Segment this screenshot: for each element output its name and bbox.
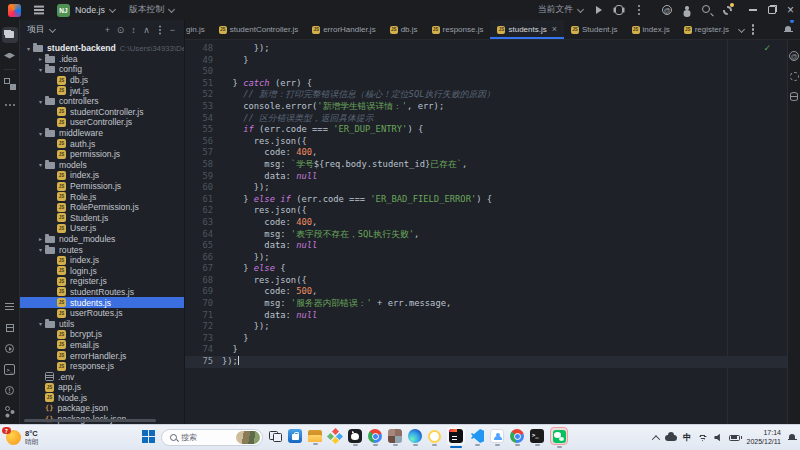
tree-item-response-js[interactable]: JSresponse.js xyxy=(20,361,184,372)
tree-item-usercontroller-js[interactable]: JSuserController.js xyxy=(20,117,184,128)
close-tab-icon[interactable]: × xyxy=(552,25,557,34)
chrome-2-button[interactable] xyxy=(510,429,524,446)
project-icon[interactable] xyxy=(2,27,18,43)
window-restore-button[interactable] xyxy=(762,0,781,20)
intellij-idea-button[interactable] xyxy=(447,427,465,448)
expand-button[interactable]: ↕ xyxy=(127,23,140,37)
tab-students-js[interactable]: JSstudents.js× xyxy=(490,20,564,39)
grid-app-button[interactable] xyxy=(388,429,402,446)
code-line[interactable]: 68 res.json({ xyxy=(185,275,787,287)
tree-item-index-js[interactable]: JSindex.js xyxy=(20,170,184,181)
tree-item-env[interactable]: .env xyxy=(20,371,184,382)
code-line[interactable]: 63 code: 400, xyxy=(185,217,787,229)
code-editor[interactable]: ✓ 48 });49 }5051 } catch (err) {52 // 新增… xyxy=(185,40,787,425)
code-line[interactable]: 66 }); xyxy=(185,252,787,264)
hidden-icons-chevron[interactable] xyxy=(652,435,660,443)
file-explorer-button[interactable] xyxy=(308,430,322,445)
hide-panel-button[interactable]: − xyxy=(166,23,179,37)
code-line[interactable]: 59 data: null xyxy=(185,171,787,183)
code-line[interactable]: 73 } xyxy=(185,333,787,345)
packages-icon[interactable] xyxy=(2,320,18,336)
dependencies-icon[interactable] xyxy=(786,68,800,84)
main-menu-icon[interactable] xyxy=(34,9,44,11)
tabs-more-icon[interactable] xyxy=(752,28,755,31)
start-button[interactable] xyxy=(142,430,155,446)
tree-item-jwt-js[interactable]: JSjwt.js xyxy=(20,85,184,96)
tree-item-auth-js[interactable]: JSauth.js xyxy=(20,138,184,149)
debug-button[interactable] xyxy=(611,2,627,18)
tab-studentcontroller-js[interactable]: JSstudentController.js xyxy=(212,20,305,39)
code-line[interactable]: 75}); xyxy=(185,356,787,368)
tree-item-rolepermission-js[interactable]: JSRolePermission.js xyxy=(20,202,184,213)
edge-button[interactable] xyxy=(408,429,422,446)
search-everywhere-icon[interactable] xyxy=(699,2,715,18)
tree-item-user-js[interactable]: JSUser.js xyxy=(20,223,184,234)
code-line[interactable]: 48 }); xyxy=(185,43,787,55)
tree-item-routes[interactable]: ▾routes xyxy=(20,244,184,255)
tree-item-config[interactable]: ▾config xyxy=(20,64,184,75)
tree-item-models[interactable]: ▾models xyxy=(20,160,184,171)
code-line[interactable]: 50 xyxy=(185,66,787,78)
code-line[interactable]: 61 } else if (err.code === 'ER_BAD_FIELD… xyxy=(185,194,787,206)
tree-item-student-backend[interactable]: ▾student-backendC:\Users\34933\Desktop\s… xyxy=(20,43,184,54)
more-menu-icon[interactable] xyxy=(631,2,647,18)
tree-item-permission-js[interactable]: JSPermission.js xyxy=(20,181,184,192)
tab-errorhandler-js[interactable]: JSerrorHandler.js xyxy=(305,20,382,39)
code-line[interactable]: 67 } else { xyxy=(185,263,787,275)
volume-icon[interactable] xyxy=(714,434,723,442)
code-line[interactable]: 62 res.json({ xyxy=(185,205,787,217)
notifications-bell[interactable] xyxy=(783,20,793,39)
tree-item-package-json[interactable]: {}package.json xyxy=(20,403,184,414)
tree-item-student-js[interactable]: JSStudent.js xyxy=(20,213,184,224)
add-button[interactable]: + xyxy=(101,23,114,37)
code-line[interactable]: 65 data: null xyxy=(185,240,787,252)
code-line[interactable]: 71 data: null xyxy=(185,310,787,322)
onedrive-cloud-icon[interactable] xyxy=(665,435,677,441)
code-line[interactable]: 58 msg: `学号${req.body.student_id}已存在`, xyxy=(185,159,787,171)
tree-item-login-js[interactable]: JSlogin.js xyxy=(20,265,184,276)
locate-file-button[interactable]: ⊙ xyxy=(114,23,127,37)
tree-item-register-js[interactable]: JSregister.js xyxy=(20,276,184,287)
code-with-me-icon[interactable] xyxy=(679,2,695,18)
tree-item-app-js[interactable]: JSapp.js xyxy=(20,382,184,393)
tab-index-js[interactable]: JSindex.js xyxy=(625,20,677,39)
code-line[interactable]: 70 msg: '服务器内部错误：' + err.message, xyxy=(185,298,787,310)
tree-item-studentroutes-js[interactable]: JSstudentRoutes.js xyxy=(20,287,184,298)
project-panel-title[interactable]: 项目 xyxy=(27,24,45,36)
weather-widget[interactable]: 7 8°C 晴朗 xyxy=(6,425,39,450)
clock[interactable]: 17:14 2025/12/11 xyxy=(746,429,781,445)
tree-item-permission-js[interactable]: JSpermission.js xyxy=(20,149,184,160)
learn-icon[interactable] xyxy=(2,48,18,64)
tab-gin-js[interactable]: gin.js xyxy=(185,20,212,39)
settings-gear-icon[interactable] xyxy=(719,2,735,18)
code-line[interactable]: 64 msg: '表字段不存在，SQL执行失败', xyxy=(185,229,787,241)
collapse-all-button[interactable]: ∧ xyxy=(140,23,153,37)
terminal-icon[interactable] xyxy=(2,362,18,378)
wifi-icon[interactable] xyxy=(697,434,708,442)
tree-item-utils[interactable]: ▾utils xyxy=(20,318,184,329)
tree-item-index-js[interactable]: JSindex.js xyxy=(20,255,184,266)
code-line[interactable]: 56 res.json({ xyxy=(185,136,787,148)
dark-app-button[interactable] xyxy=(348,429,362,446)
ai-assistant-icon[interactable] xyxy=(659,2,675,18)
window-close-button[interactable] xyxy=(781,0,800,20)
code-line[interactable]: 72 }); xyxy=(185,321,787,333)
menu-list-icon[interactable] xyxy=(2,299,18,315)
tree-item-db-js[interactable]: JSdb.js xyxy=(20,75,184,86)
code-line[interactable]: 55 if (err.code === 'ER_DUP_ENTRY') { xyxy=(185,124,787,136)
code-line[interactable]: 74 } xyxy=(185,344,787,356)
tree-item-node-js[interactable]: JSNode.js xyxy=(20,393,184,404)
code-line[interactable]: 57 code: 400, xyxy=(185,147,787,159)
notification-bell-icon[interactable] xyxy=(787,433,797,443)
problems-icon[interactable] xyxy=(2,383,18,399)
tab-student-js[interactable]: JSStudent.js xyxy=(564,20,625,39)
vcs-menu[interactable]: 版本控制 xyxy=(129,4,164,16)
code-line[interactable]: 49 } xyxy=(185,55,787,67)
microsoft-store-button[interactable] xyxy=(288,429,302,446)
yellow-ring-app-button[interactable] xyxy=(428,430,441,446)
project-name[interactable]: Node.js xyxy=(75,5,105,15)
search-box[interactable]: 搜索 xyxy=(161,429,263,446)
chrome-button[interactable] xyxy=(368,429,382,446)
tree-item-errorhandler-js[interactable]: JSerrorHandler.js xyxy=(20,350,184,361)
code-line[interactable]: 53 console.error('新增学生错误详情：', err); xyxy=(185,101,787,113)
